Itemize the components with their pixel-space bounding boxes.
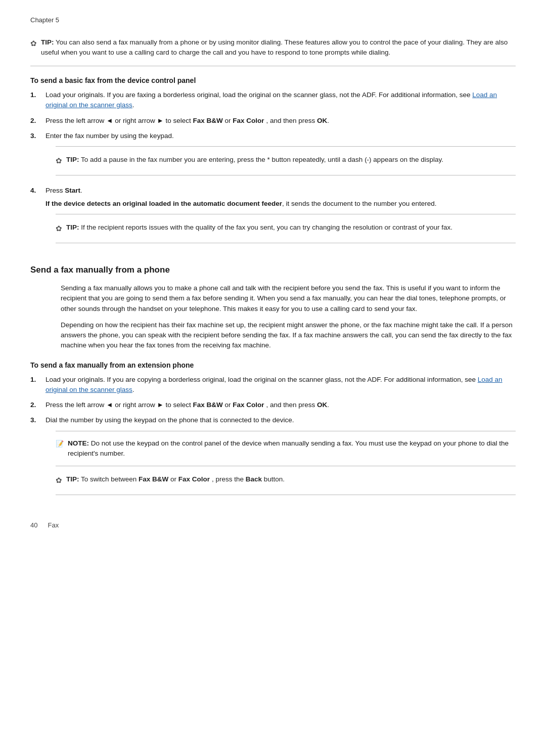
tip3-content: TIP: If the recipient reports issues wit… xyxy=(66,223,452,235)
step1-1: 1. Load your originals. If you are faxin… xyxy=(30,90,516,111)
tip3-box: ✿ TIP: If the recipient reports issues w… xyxy=(56,214,516,243)
step2-2-bold2: Fax Color xyxy=(233,401,264,409)
tip3-label: TIP: xyxy=(66,224,79,231)
link-scanner-glass-2[interactable]: Load an original on the scanner glass xyxy=(46,376,503,393)
footer: 40 Fax xyxy=(30,520,516,530)
step1-2-content: Press the left arrow ◄ or right arrow ► … xyxy=(46,116,516,126)
tip1-box: ✿ TIP: You can also send a fax manually … xyxy=(30,34,516,61)
step2-2-num: 2. xyxy=(30,400,41,410)
tip2-label: TIP: xyxy=(66,156,79,163)
section1-heading: To send a basic fax from the device cont… xyxy=(30,75,516,86)
steps-list-2: 1. Load your originals. If you are copyi… xyxy=(30,375,516,500)
tip4-content-box: ✿ TIP: To switch between Fax B&W or Fax … xyxy=(56,471,516,490)
chapter-label: Chapter 5 xyxy=(30,15,516,25)
tip4-bold1: Fax B&W xyxy=(139,475,168,483)
divider-note1-bot xyxy=(56,466,516,466)
tip1-icon: ✿ xyxy=(30,38,37,58)
tip1-content: TIP: You can also send a fax manually fr… xyxy=(41,37,516,58)
divider1 xyxy=(30,66,516,66)
step2-2-content: Press the left arrow ◄ or right arrow ► … xyxy=(46,400,516,410)
note1-content-box: 📝 NOTE: Do not use the keypad on the con… xyxy=(56,436,516,461)
step1-2-bold2: Fax Color xyxy=(233,117,264,124)
step2-2-bold3: OK xyxy=(317,401,327,409)
step2-2: 2. Press the left arrow ◄ or right arrow… xyxy=(30,400,516,410)
step1-1-num: 1. xyxy=(30,90,41,111)
divider-tip2-bot xyxy=(56,175,516,175)
tip2-box: ✿ TIP: To add a pause in the fax number … xyxy=(56,146,516,175)
divider-tip4-bot xyxy=(56,495,516,495)
step2-2-bold1: Fax B&W xyxy=(193,401,223,409)
step2-3-content: Dial the number by using the keypad on t… xyxy=(46,415,516,500)
step1-4-sub-bold: If the device detects an original loaded… xyxy=(46,200,282,207)
divider-tip2-top xyxy=(56,146,516,147)
step1-2-num: 2. xyxy=(30,116,41,126)
step1-2: 2. Press the left arrow ◄ or right arrow… xyxy=(30,116,516,126)
tip2-content: TIP: To add a pause in the fax number yo… xyxy=(66,155,443,167)
tip3-text: If the recipient reports issues with the… xyxy=(81,224,452,231)
step1-3-content: Enter the fax number by using the keypad… xyxy=(46,131,516,181)
divider-tip3-bot xyxy=(56,243,516,243)
step1-2-bold1: Fax B&W xyxy=(193,117,223,124)
step1-3: 3. Enter the fax number by using the key… xyxy=(30,131,516,181)
tip4-bold3: Back xyxy=(246,475,262,483)
step1-4-num: 4. xyxy=(30,186,41,248)
tip4-box: ✿ TIP: To switch between Fax B&W or Fax … xyxy=(56,471,516,495)
steps-list-1: 1. Load your originals. If you are faxin… xyxy=(30,90,516,248)
divider-tip3-top xyxy=(56,214,516,214)
tip1-text: You can also send a fax manually from a … xyxy=(41,38,508,56)
step1-1-content: Load your originals. If you are faxing a… xyxy=(46,90,516,111)
tip1-label: TIP: xyxy=(41,38,54,46)
step1-2-bold3: OK xyxy=(317,117,327,124)
step1-4: 4. Press Start. If the device detects an… xyxy=(30,186,516,248)
tip4-bold2: Fax Color xyxy=(178,475,210,483)
step2-3-num: 3. xyxy=(30,415,41,500)
body-para2: Depending on how the recipient has their… xyxy=(61,320,516,351)
footer-section: Fax xyxy=(48,520,59,530)
note1-label: NOTE: xyxy=(68,439,89,447)
tip4-label: TIP: xyxy=(66,475,79,483)
tip3-icon: ✿ xyxy=(56,223,62,235)
main-section-title: Send a fax manually from a phone xyxy=(30,263,516,277)
footer-page-num: 40 xyxy=(30,520,37,530)
step2-1: 1. Load your originals. If you are copyi… xyxy=(30,375,516,395)
tip2-text: To add a pause in the fax number you are… xyxy=(81,156,443,163)
step1-4-start: Start xyxy=(65,187,80,194)
step1-4-sub: If the device detects an original loaded… xyxy=(46,199,516,209)
note1-icon: 📝 xyxy=(56,439,64,459)
tip2-content-box: ✿ TIP: To add a pause in the fax number … xyxy=(56,152,516,170)
step1-3-num: 3. xyxy=(30,131,41,181)
section2-heading: To send a fax manually from an extension… xyxy=(30,360,516,371)
note1-content: NOTE: Do not use the keypad on the contr… xyxy=(68,438,516,459)
body-para1: Sending a fax manually allows you to mak… xyxy=(61,283,516,314)
note1-box: 📝 NOTE: Do not use the keypad on the con… xyxy=(56,431,516,467)
step2-1-content: Load your originals. If you are copying … xyxy=(46,375,516,395)
tip3-content-box: ✿ TIP: If the recipient reports issues w… xyxy=(56,219,516,238)
step2-3: 3. Dial the number by using the keypad o… xyxy=(30,415,516,500)
note1-text: Do not use the keypad on the control pan… xyxy=(68,439,509,457)
step2-1-num: 1. xyxy=(30,375,41,395)
step1-4-content: Press Start. If the device detects an or… xyxy=(46,186,516,248)
tip4-content: TIP: To switch between Fax B&W or Fax Co… xyxy=(66,474,285,486)
tip4-icon: ✿ xyxy=(56,475,62,486)
tip2-icon: ✿ xyxy=(56,155,62,167)
divider-note1-top xyxy=(56,431,516,431)
link-scanner-glass-1[interactable]: Load an original on the scanner glass xyxy=(46,91,497,109)
